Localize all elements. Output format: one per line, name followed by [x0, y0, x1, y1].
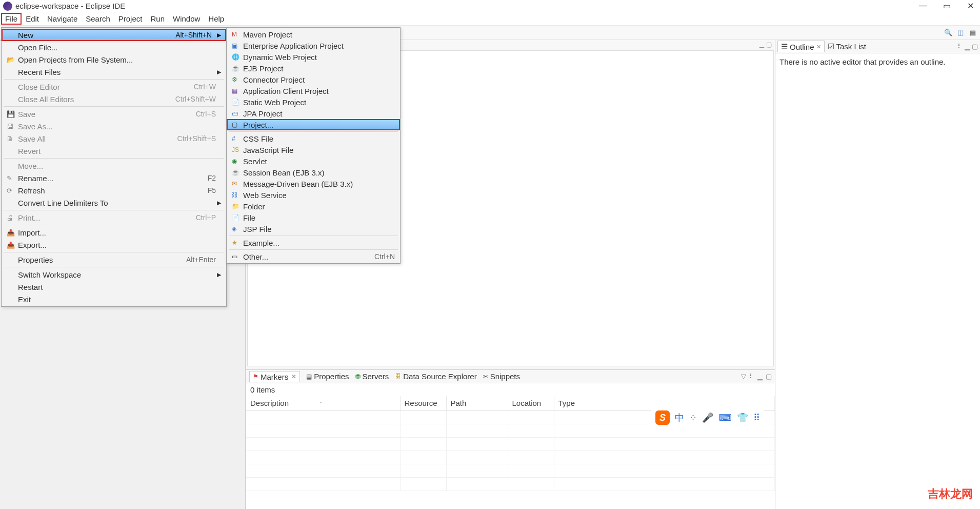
- menu-help[interactable]: Help: [204, 13, 228, 25]
- file-menu-properties[interactable]: Properties Alt+Enter: [2, 253, 226, 266]
- new-file[interactable]: 📄File: [227, 212, 400, 223]
- new-static-web-project[interactable]: 📄Static Web Project: [227, 96, 400, 108]
- new-jsp-file[interactable]: ◈JSP File: [227, 223, 400, 234]
- menu-label: Save: [18, 110, 196, 119]
- ime-keyboard-icon[interactable]: ⌨: [718, 412, 732, 423]
- menu-navigate[interactable]: Navigate: [43, 13, 82, 25]
- file-menu-save[interactable]: 💾 Save Ctrl+S: [2, 108, 226, 120]
- new-jpa-project[interactable]: 🗃JPA Project: [227, 108, 400, 119]
- menu-label: Application Client Project: [243, 87, 395, 95]
- menu-label: JPA Project: [243, 109, 395, 118]
- file-menu-line-delim[interactable]: Convert Line Delimiters To ▶: [2, 197, 226, 209]
- tab-outline[interactable]: ☰Outline✕: [777, 41, 825, 52]
- staticweb-icon: 📄: [232, 99, 243, 106]
- maximize-button[interactable]: ▭: [942, 1, 951, 10]
- close-icon[interactable]: ✕: [816, 44, 821, 50]
- ime-skin-icon[interactable]: 👕: [737, 412, 748, 423]
- maximize-view-icon[interactable]: ▢: [972, 43, 978, 50]
- col-path[interactable]: Path: [446, 396, 508, 410]
- tab-label: Properties: [314, 372, 349, 381]
- new-appclient-project[interactable]: ▦Application Client Project: [227, 85, 400, 96]
- file-menu-open-projects[interactable]: 📂 Open Projects from File System...: [2, 53, 226, 66]
- new-other[interactable]: ▭Other...Ctrl+N: [227, 251, 400, 262]
- close-icon[interactable]: ✕: [291, 373, 296, 380]
- menu-bar: File Edit Navigate Search Project Run Wi…: [0, 12, 980, 26]
- new-maven-project[interactable]: МMaven Project: [227, 29, 400, 40]
- filter-icon[interactable]: ▽: [741, 373, 746, 380]
- menu-label: Restart: [18, 283, 221, 291]
- menu-label: Project...: [243, 121, 395, 129]
- file-menu-move[interactable]: Move...: [2, 160, 226, 172]
- file-menu-save-all[interactable]: 🗎 Save All Ctrl+Shift+S: [2, 132, 226, 145]
- menu-label: CSS File: [243, 134, 395, 143]
- menu-run[interactable]: Run: [146, 13, 169, 25]
- tab-markers[interactable]: ⚑Markers✕: [249, 371, 300, 382]
- new-ejb-project[interactable]: ☕EJB Project: [227, 63, 400, 74]
- new-js-file[interactable]: JSJavaScript File: [227, 144, 400, 155]
- perspective-open-icon[interactable]: ▤: [968, 28, 978, 38]
- tab-datasource[interactable]: 🗄Data Source Explorer: [395, 372, 476, 381]
- perspective-javaee-icon[interactable]: ◫: [955, 28, 966, 38]
- file-menu-revert[interactable]: Revert: [2, 145, 226, 157]
- new-css-file[interactable]: #CSS File: [227, 133, 400, 144]
- tab-servers[interactable]: ⛃Servers: [355, 372, 389, 381]
- new-dynamic-web-project[interactable]: 🌐Dynamic Web Project: [227, 51, 400, 63]
- minimize-view-icon[interactable]: ▁: [965, 43, 970, 50]
- file-menu-import[interactable]: 📥 Import...: [2, 226, 226, 239]
- menu-shortcut: F2: [208, 174, 216, 182]
- col-location[interactable]: Location: [508, 396, 554, 410]
- file-menu-new[interactable]: New Alt+Shift+N ▶: [2, 29, 226, 41]
- maximize-view-icon[interactable]: ▢: [766, 373, 772, 380]
- menu-search[interactable]: Search: [82, 13, 114, 25]
- file-menu-exit[interactable]: Exit: [2, 293, 226, 305]
- file-menu-restart[interactable]: Restart: [2, 281, 226, 293]
- col-resource[interactable]: Resource: [400, 396, 446, 410]
- new-web-service[interactable]: ⛓Web Service: [227, 189, 400, 201]
- ime-lang-icon[interactable]: 中: [675, 412, 684, 424]
- new-mdb[interactable]: ✉Message-Driven Bean (EJB 3.x): [227, 178, 400, 189]
- col-description[interactable]: Description˄: [246, 396, 400, 410]
- sogou-logo-icon[interactable]: S: [655, 410, 670, 425]
- menu-window[interactable]: Window: [169, 13, 204, 25]
- ime-voice-icon[interactable]: 🎤: [702, 412, 713, 423]
- quick-access-icon[interactable]: 🔍: [943, 28, 953, 38]
- file-menu-print[interactable]: 🖨 Print... Ctrl+P: [2, 211, 226, 224]
- file-menu-save-as[interactable]: 🖫 Save As...: [2, 120, 226, 132]
- file-menu-close-all[interactable]: Close All Editors Ctrl+Shift+W: [2, 93, 226, 105]
- new-folder[interactable]: 📁Folder: [227, 201, 400, 212]
- file-menu-rename[interactable]: ✎ Rename... F2: [2, 172, 226, 184]
- file-menu-recent-files[interactable]: Recent Files ▶: [2, 66, 226, 78]
- new-servlet[interactable]: ◉Servlet: [227, 155, 400, 167]
- new-session-bean[interactable]: ☕Session Bean (EJB 3.x): [227, 167, 400, 178]
- new-example[interactable]: ★Example...: [227, 237, 400, 248]
- maximize-view-icon[interactable]: ▢: [766, 41, 772, 48]
- view-menu-icon[interactable]: ⠇: [749, 373, 754, 380]
- ime-punct-icon[interactable]: ⁘: [689, 412, 697, 423]
- minimize-view-icon[interactable]: ▁: [757, 373, 763, 380]
- toolbar-right: 🔍 ◫ ▤: [943, 28, 978, 38]
- menu-file[interactable]: File: [1, 13, 22, 25]
- menu-project[interactable]: Project: [114, 13, 147, 25]
- new-project[interactable]: ▢Project...: [227, 119, 400, 130]
- file-menu-open-file[interactable]: Open File...: [2, 41, 226, 53]
- menu-shortcut: Ctrl+N: [374, 252, 395, 261]
- file-menu-close-editor[interactable]: Close Editor Ctrl+W: [2, 81, 226, 93]
- tab-snippets[interactable]: ✂Snippets: [483, 372, 520, 381]
- ime-toolbar[interactable]: S 中 ⁘ 🎤 ⌨ 👕 ⠿: [651, 408, 764, 427]
- menu-edit[interactable]: Edit: [22, 13, 43, 25]
- tab-task-list[interactable]: ☑Task List: [825, 41, 869, 52]
- ime-menu-icon[interactable]: ⠿: [753, 412, 760, 423]
- close-button[interactable]: ✕: [966, 1, 975, 10]
- menu-shortcut: Ctrl+P: [196, 213, 216, 222]
- new-ear-project[interactable]: ▣Enterprise Application Project: [227, 40, 400, 51]
- js-icon: JS: [232, 146, 243, 153]
- file-menu-switch-workspace[interactable]: Switch Workspace ▶: [2, 268, 226, 281]
- new-connector-project[interactable]: ⚙Connector Project: [227, 74, 400, 85]
- file-menu-refresh[interactable]: ⟳ Refresh F5: [2, 184, 226, 197]
- file-menu-export[interactable]: 📤 Export...: [2, 239, 226, 251]
- minimize-view-icon[interactable]: ▁: [759, 41, 764, 48]
- view-menu-icon[interactable]: ⠇: [957, 43, 963, 50]
- minimize-button[interactable]: —: [918, 1, 928, 10]
- tab-properties[interactable]: ▤Properties: [306, 372, 349, 381]
- menu-label: Close All Editors: [18, 95, 175, 104]
